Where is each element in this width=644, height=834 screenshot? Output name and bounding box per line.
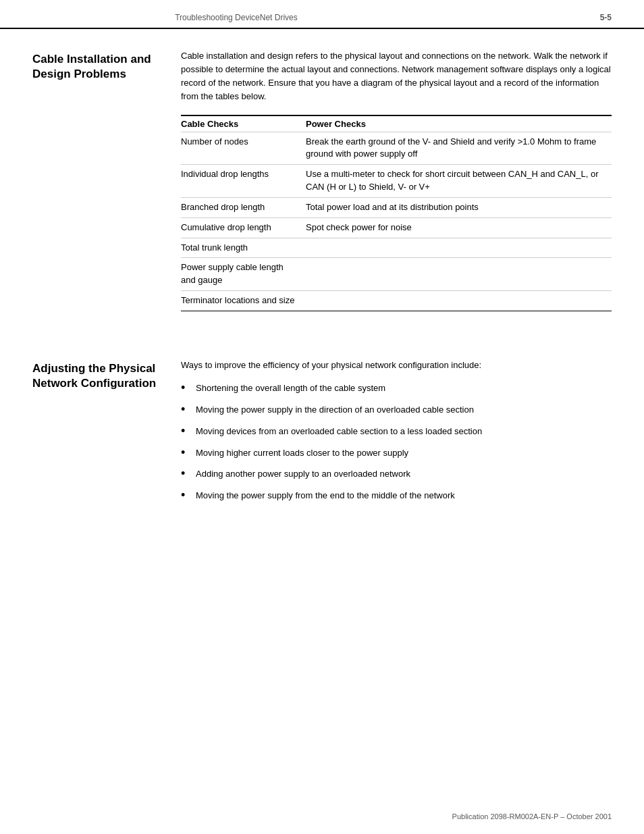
col2-header: Power Checks: [306, 119, 612, 129]
list-item: • Adding another power supply to an over…: [181, 467, 612, 481]
cell-2-2: Use a multi-meter to check for short cir…: [306, 168, 612, 194]
section2-intro: Ways to improve the efficiency of your p…: [181, 359, 612, 372]
table-row: Branched drop length Total power load an…: [181, 198, 612, 218]
cell-7-1: Terminator locations and size: [181, 294, 306, 307]
section2-left: Adjusting the Physical Network Configura…: [32, 359, 181, 511]
bullet-icon: •: [181, 489, 193, 502]
bullet-icon: •: [181, 382, 193, 395]
bullet-text: Moving devices from an overloaded cable …: [196, 425, 482, 438]
cell-4-1: Cumulative drop length: [181, 221, 306, 234]
section2-title: Adjusting the Physical Network Configura…: [32, 361, 161, 391]
table-row: Individual drop lengths Use a multi-mete…: [181, 165, 612, 198]
section1-right: Cable installation and design refers to …: [181, 49, 612, 311]
header-page-number: 5-5: [600, 13, 612, 22]
header-title: Troubleshooting DeviceNet Drives: [175, 13, 298, 22]
cell-1-2: Break the earth ground of the V- and Shi…: [306, 136, 612, 161]
section2-content: Adjusting the Physical Network Configura…: [0, 338, 644, 524]
cell-6-1: Power supply cable length and gauge: [181, 261, 306, 287]
section1-left: Cable Installation and Design Problems: [32, 49, 181, 311]
bullet-text: Adding another power supply to an overlo…: [196, 467, 410, 481]
bullet-text: Moving the power supply in the direction…: [196, 403, 474, 417]
table-row: Total trunk length: [181, 238, 612, 259]
list-item: • Moving the power supply in the directi…: [181, 403, 612, 417]
bullet-icon: •: [181, 425, 193, 438]
cell-4-2: Spot check power for noise: [306, 221, 612, 234]
bullet-text: Moving higher current loads closer to th…: [196, 446, 408, 460]
list-item: • Moving devices from an overloaded cabl…: [181, 425, 612, 438]
section1-body: Cable installation and design refers to …: [181, 49, 612, 104]
section2-right: Ways to improve the efficiency of your p…: [181, 359, 612, 511]
bullet-text: Moving the power supply from the end to …: [196, 489, 455, 502]
bullet-icon: •: [181, 467, 193, 481]
footer-text: Publication 2098-RM002A-EN-P – October 2…: [452, 812, 612, 820]
bullet-icon: •: [181, 446, 193, 460]
bullet-icon: •: [181, 403, 193, 417]
bullet-list: • Shortening the overall length of the c…: [181, 382, 612, 502]
page-footer: Publication 2098-RM002A-EN-P – October 2…: [452, 812, 612, 820]
section1-content: Cable Installation and Design Problems C…: [0, 29, 644, 325]
col1-header: Cable Checks: [181, 119, 306, 129]
table-header: Cable Checks Power Checks: [181, 116, 612, 132]
section1-title: Cable Installation and Design Problems: [32, 52, 161, 82]
cell-5-1: Total trunk length: [181, 242, 306, 255]
cell-2-1: Individual drop lengths: [181, 168, 306, 181]
bullet-text: Shortening the overall length of the cab…: [196, 382, 385, 395]
list-item: • Moving the power supply from the end t…: [181, 489, 612, 502]
table-row: Cumulative drop length Spot check power …: [181, 218, 612, 238]
page-header: Troubleshooting DeviceNet Drives 5-5: [0, 0, 644, 29]
cell-3-1: Branched drop length: [181, 201, 306, 214]
cell-3-2: Total power load and at its distribution…: [306, 201, 612, 214]
cable-power-table: Cable Checks Power Checks Number of node…: [181, 115, 612, 311]
table-row: Power supply cable length and gauge: [181, 258, 612, 291]
table-row: Terminator locations and size: [181, 291, 612, 311]
page: Troubleshooting DeviceNet Drives 5-5 Cab…: [0, 0, 644, 834]
list-item: • Moving higher current loads closer to …: [181, 446, 612, 460]
table-row: Number of nodes Break the earth ground o…: [181, 132, 612, 165]
list-item: • Shortening the overall length of the c…: [181, 382, 612, 395]
cell-1-1: Number of nodes: [181, 136, 306, 149]
